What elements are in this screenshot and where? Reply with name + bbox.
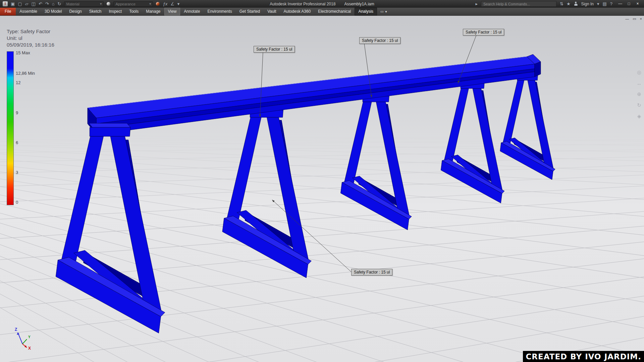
tab-file[interactable]: File — [0, 8, 16, 15]
analysis-results-overlay: Type: Safety Factor Unit: ul 05/09/2019,… — [7, 28, 54, 48]
undo-icon[interactable]: ↶ — [39, 0, 42, 8]
tab-tools[interactable]: Tools — [125, 8, 142, 15]
legend-label: 15 Max — [16, 50, 30, 55]
tab-autodesk-a360[interactable]: Autodesk A360 — [280, 8, 315, 15]
inventor-logo-icon[interactable]: I — [3, 1, 8, 6]
redo-icon[interactable]: ↷ — [45, 0, 49, 8]
update-icon[interactable]: ↻ — [58, 0, 61, 8]
result-timestamp: 05/09/2019, 16:16:16 — [7, 42, 54, 48]
watermark: CREATED BY IVO JARDIM. — [523, 351, 644, 362]
tab-annotate[interactable]: Annotate — [180, 8, 204, 15]
measure-angle-icon[interactable]: ∠ — [170, 0, 174, 8]
tab-inspect[interactable]: Inspect — [105, 8, 125, 15]
ribbon-tab-bar: FileAssemble3D ModelDesignSketchInspectT… — [0, 8, 644, 16]
app-title: Autodesk Inventor Professional 2018 — [270, 2, 335, 6]
search-icons-slot: ⇅★ — [560, 0, 571, 8]
parameters-fx-icon[interactable]: ƒx — [163, 0, 167, 8]
chevron-down-icon: ▾ — [149, 2, 151, 6]
ribbon-display-toggle-icon[interactable]: ▭ — [380, 10, 383, 13]
search-input[interactable] — [481, 1, 556, 7]
save-icon[interactable]: ◫ — [32, 0, 36, 8]
safety-factor-callout[interactable]: Safety Factor : 15 ul — [351, 269, 392, 276]
minimize-button[interactable]: — — [616, 0, 625, 8]
tab-assemble[interactable]: Assemble — [16, 8, 41, 15]
home-icon[interactable]: ⌂ — [52, 0, 55, 8]
result-unit-label: Unit: ul — [7, 35, 54, 42]
appearance-dropdown[interactable]: Appearance ▾ — [113, 1, 153, 7]
ribbon-display-caret-icon[interactable]: ▾ — [385, 10, 387, 13]
pan-icon[interactable]: ↔ — [637, 80, 642, 86]
expand-panel-icon[interactable]: ▸ — [475, 0, 478, 8]
safety-factor-callout[interactable]: Safety Factor : 15 ul — [254, 46, 295, 53]
tab-sketch[interactable]: Sketch — [86, 8, 105, 15]
doc-restore-button[interactable]: ▭ — [633, 17, 636, 21]
app-store-icon[interactable]: ▤ — [602, 0, 606, 8]
zoom-icon[interactable]: ⊕ — [637, 91, 642, 97]
full-navigation-wheel-icon[interactable]: ◎ — [637, 69, 642, 75]
quick-icons-slot: ▣▢▱◫↶↷⌂↻ — [11, 0, 61, 8]
result-type-label: Type: Safety Factor — [7, 28, 54, 35]
help-icon[interactable]: ? — [610, 0, 612, 8]
doc-minimize-button[interactable]: — — [625, 17, 629, 21]
material-dropdown[interactable]: Material ▾ — [64, 1, 104, 7]
safety-factor-callout[interactable]: Safety Factor : 15 ul — [463, 29, 504, 36]
material-ball-icon[interactable] — [107, 2, 110, 6]
material-dropdown-label: Material — [66, 2, 79, 6]
legend-label: 12,86 Min — [16, 71, 35, 76]
app-menu-icon[interactable]: ▣ — [11, 0, 15, 8]
legend-label: 6 — [16, 140, 18, 145]
legend-label: 12 — [16, 80, 20, 85]
window-controls-slot: —□× — [616, 0, 642, 8]
model-viewport[interactable]: —▭× ◎↔⊕↻◈ — [0, 16, 644, 362]
close-button[interactable]: × — [633, 0, 642, 8]
toolbar-overflow-caret-icon[interactable]: ▾ — [177, 0, 180, 8]
navigation-bar: ◎↔⊕↻◈ — [637, 69, 642, 119]
legend-label: 0 — [16, 200, 18, 205]
document-window-controls: —▭× — [625, 17, 642, 21]
quick-access-toolbar: I ▣▢▱◫↶↷⌂↻ Material ▾ Appearance ▾ ƒx ∠ … — [1, 0, 179, 8]
safety-factor-callout[interactable]: Safety Factor : 15 ul — [359, 37, 400, 44]
user-icon — [574, 2, 578, 6]
document-title: Assembly1A.iam — [344, 2, 374, 6]
new-file-icon[interactable]: ▢ — [18, 0, 22, 8]
legend-label: 9 — [16, 110, 18, 115]
ribbon-tabs: FileAssemble3D ModelDesignSketchInspectT… — [0, 8, 377, 15]
tab-manage[interactable]: Manage — [142, 8, 164, 15]
open-icon[interactable]: ▱ — [25, 0, 29, 8]
orbit-icon[interactable]: ↻ — [637, 102, 642, 108]
triad-x-label: X — [28, 346, 31, 351]
sign-in-button[interactable]: Sign In — [581, 2, 594, 6]
favorites-icon[interactable]: ★ — [567, 0, 571, 8]
tab-3d-model[interactable]: 3D Model — [41, 8, 65, 15]
tab-electromechanical[interactable]: Electromechanical — [314, 8, 355, 15]
tab-get-started[interactable]: Get Started — [236, 8, 264, 15]
doc-close-button[interactable]: × — [640, 17, 642, 21]
legend-label: 3 — [16, 170, 18, 175]
sync-icon[interactable]: ⇅ — [560, 0, 564, 8]
look-at-icon[interactable]: ◈ — [637, 113, 642, 119]
tab-environments[interactable]: Environments — [204, 8, 235, 15]
safety-factor-color-scale — [7, 51, 14, 205]
tab-design[interactable]: Design — [65, 8, 85, 15]
appearance-dropdown-label: Appearance — [115, 2, 135, 6]
tab-vault[interactable]: Vault — [264, 8, 280, 15]
title-bar: I ▣▢▱◫↶↷⌂↻ Material ▾ Appearance ▾ ƒx ∠ … — [0, 0, 644, 8]
tab-view[interactable]: View — [164, 8, 180, 15]
appearance-ball-icon[interactable] — [156, 2, 160, 6]
tab-analysis[interactable]: Analysis — [355, 8, 377, 15]
maximize-button[interactable]: □ — [625, 0, 633, 8]
chevron-down-icon: ▾ — [100, 2, 102, 6]
triad-z-label: Z — [15, 327, 17, 332]
sign-in-caret-icon[interactable]: ▾ — [597, 0, 599, 8]
triad-y-label: Y — [28, 335, 31, 339]
